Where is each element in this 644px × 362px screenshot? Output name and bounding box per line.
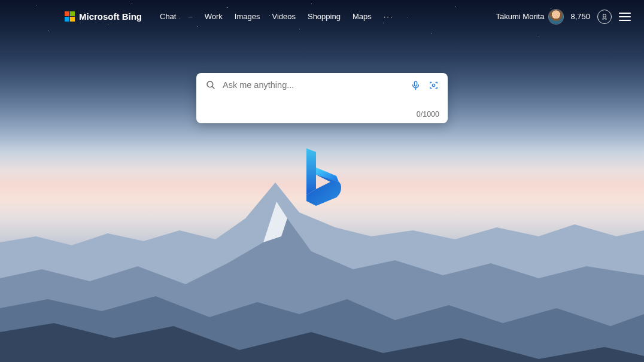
- nav-more[interactable]: ···: [384, 12, 394, 21]
- svg-line-2: [212, 86, 214, 89]
- brand-text: Microsoft Bing: [79, 11, 142, 22]
- user-avatar: [549, 10, 563, 24]
- char-counter: 0/1000: [417, 110, 439, 118]
- user-name: Takumi Morita: [496, 12, 545, 21]
- mic-icon[interactable]: [409, 79, 421, 91]
- brand-logo[interactable]: Microsoft Bing: [65, 11, 142, 22]
- search-box[interactable]: 0/1000: [196, 73, 448, 123]
- nav-chat[interactable]: Chat: [160, 12, 176, 21]
- top-nav: Chat – Work Images Videos Shopping Maps …: [160, 12, 394, 21]
- nav-images[interactable]: Images: [235, 12, 260, 21]
- microsoft-logo-icon: [65, 11, 75, 22]
- header-bar: Microsoft Bing Chat – Work Images Videos…: [0, 0, 644, 33]
- svg-point-5: [432, 84, 435, 86]
- search-input[interactable]: [223, 80, 403, 90]
- nav-maps[interactable]: Maps: [353, 12, 372, 21]
- nav-videos[interactable]: Videos: [272, 12, 296, 21]
- image-search-icon[interactable]: [427, 79, 439, 91]
- bing-logo-icon: [300, 147, 344, 209]
- svg-rect-3: [414, 81, 417, 86]
- svg-point-0: [603, 14, 606, 17]
- header-right: Takumi Morita 8,750: [496, 10, 631, 24]
- nav-shopping[interactable]: Shopping: [308, 12, 341, 21]
- search-container: 0/1000: [196, 73, 448, 123]
- rewards-points[interactable]: 8,750: [570, 12, 590, 21]
- hamburger-menu-icon[interactable]: [619, 13, 631, 21]
- user-account[interactable]: Takumi Morita: [496, 10, 564, 24]
- rewards-icon[interactable]: [597, 10, 612, 24]
- nav-separator: –: [188, 12, 192, 21]
- nav-work[interactable]: Work: [205, 12, 223, 21]
- search-icon: [205, 79, 217, 91]
